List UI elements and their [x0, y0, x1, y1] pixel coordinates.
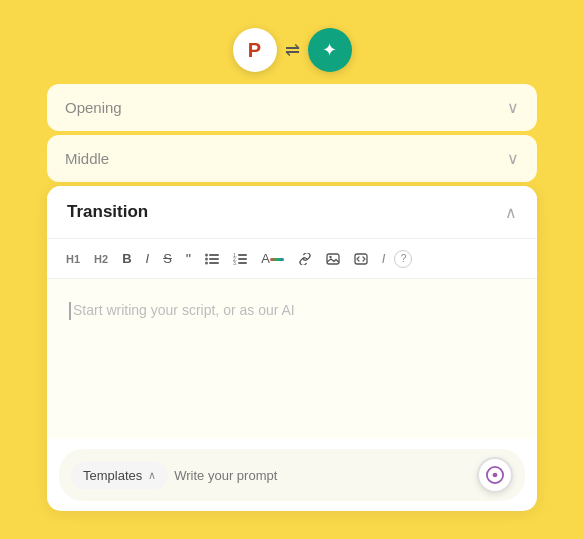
- link-button[interactable]: [293, 250, 317, 268]
- middle-section: Middle ∨: [47, 135, 537, 182]
- toolbar: H1 H2 B I S " 1. 2.: [47, 239, 537, 279]
- ai-send-button[interactable]: [477, 457, 513, 493]
- prompt-input[interactable]: [174, 468, 471, 483]
- svg-rect-7: [238, 254, 247, 256]
- svg-rect-1: [209, 254, 219, 256]
- templates-chevron-icon: ∧: [148, 469, 156, 482]
- opening-label: Opening: [65, 99, 122, 116]
- embed-button[interactable]: [349, 250, 373, 268]
- transition-chevron: ∧: [505, 203, 517, 222]
- transition-header[interactable]: Transition ∧: [47, 186, 537, 239]
- svg-point-16: [493, 473, 498, 478]
- templates-label: Templates: [83, 468, 142, 483]
- svg-point-4: [205, 261, 208, 264]
- opening-section: Opening ∨: [47, 84, 537, 131]
- opening-chevron: ∨: [507, 98, 519, 117]
- app-container: P ⇌ ✦ Opening ∨ Middle ∨ Transition ∧ H1…: [47, 28, 537, 511]
- svg-rect-12: [327, 254, 339, 264]
- svg-point-0: [205, 253, 208, 256]
- color-picker-button[interactable]: A: [256, 248, 289, 269]
- ai-send-icon: [486, 466, 504, 484]
- templates-button[interactable]: Templates ∧: [71, 462, 168, 489]
- italic2-button[interactable]: I: [377, 248, 391, 269]
- middle-chevron: ∨: [507, 149, 519, 168]
- quote-button[interactable]: ": [181, 247, 196, 270]
- svg-rect-11: [238, 262, 247, 264]
- svg-text:3.: 3.: [233, 260, 237, 265]
- opening-header[interactable]: Opening ∨: [47, 84, 537, 131]
- middle-header[interactable]: Middle ∨: [47, 135, 537, 182]
- powerpoint-icon[interactable]: P: [233, 28, 277, 72]
- bold-button[interactable]: B: [117, 248, 136, 269]
- bottom-input-bar: Templates ∧: [59, 449, 525, 501]
- icon-bar: P ⇌ ✦: [233, 28, 352, 72]
- transition-section: Transition ∧ H1 H2 B I S ": [47, 186, 537, 511]
- svg-rect-9: [238, 258, 247, 260]
- svg-rect-5: [209, 262, 219, 264]
- italic-button[interactable]: I: [141, 248, 155, 269]
- middle-label: Middle: [65, 150, 109, 167]
- ordered-list-button[interactable]: 1. 2. 3.: [228, 250, 252, 268]
- arrows-icon: ⇌: [285, 39, 300, 61]
- svg-point-13: [329, 255, 331, 257]
- strikethrough-button[interactable]: S: [158, 248, 177, 269]
- h1-button[interactable]: H1: [61, 250, 85, 268]
- cursor: [69, 302, 71, 320]
- editor-placeholder: Start writing your script, or as our AI: [73, 302, 295, 318]
- svg-point-2: [205, 257, 208, 260]
- help-button[interactable]: ?: [394, 250, 412, 268]
- bullet-list-button[interactable]: [200, 250, 224, 268]
- svg-rect-3: [209, 258, 219, 260]
- transition-title: Transition: [67, 202, 148, 222]
- image-button[interactable]: [321, 250, 345, 268]
- openai-icon[interactable]: ✦: [308, 28, 352, 72]
- editor-area[interactable]: Start writing your script, or as our AI: [47, 279, 537, 439]
- h2-button[interactable]: H2: [89, 250, 113, 268]
